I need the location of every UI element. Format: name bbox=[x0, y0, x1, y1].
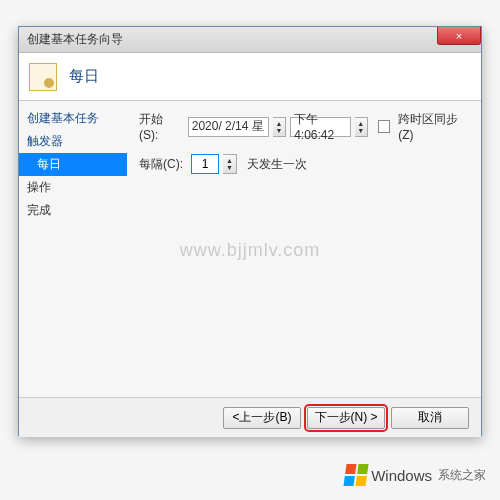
sidebar-item-finish[interactable]: 完成 bbox=[19, 199, 127, 222]
interval-input[interactable] bbox=[191, 154, 219, 174]
sidebar-item-trigger[interactable]: 触发器 bbox=[19, 130, 127, 153]
close-button[interactable]: × bbox=[437, 27, 481, 45]
interval-row: 每隔(C): ▲▼ 天发生一次 bbox=[139, 154, 469, 174]
start-label: 开始(S): bbox=[139, 111, 180, 142]
task-icon bbox=[29, 63, 57, 91]
wizard-content: 开始(S): 2020/ 2/14 星 ▲▼ 下午 4:06:42 ▲▼ 跨时区… bbox=[127, 101, 481, 397]
next-button[interactable]: 下一步(N) > bbox=[307, 407, 385, 429]
window-title: 创建基本任务向导 bbox=[27, 31, 123, 48]
interval-spinner[interactable]: ▲▼ bbox=[223, 154, 237, 174]
wizard-header: 每日 bbox=[19, 53, 481, 101]
sidebar-item-create[interactable]: 创建基本任务 bbox=[19, 107, 127, 130]
sidebar-item-daily[interactable]: 每日 bbox=[19, 153, 127, 176]
wizard-dialog: 创建基本任务向导 × 每日 创建基本任务 触发器 每日 操作 完成 开始(S):… bbox=[18, 26, 482, 436]
back-button[interactable]: <上一步(B) bbox=[223, 407, 301, 429]
sync-checkbox[interactable] bbox=[378, 120, 390, 133]
brand-footer: Windows 系统之家 bbox=[345, 464, 486, 486]
interval-suffix: 天发生一次 bbox=[247, 156, 307, 173]
time-spinner[interactable]: ▲▼ bbox=[355, 117, 368, 137]
interval-label: 每隔(C): bbox=[139, 156, 183, 173]
date-input[interactable]: 2020/ 2/14 星 bbox=[188, 117, 269, 137]
date-spinner[interactable]: ▲▼ bbox=[273, 117, 286, 137]
titlebar: 创建基本任务向导 × bbox=[19, 27, 481, 53]
sidebar-item-action[interactable]: 操作 bbox=[19, 176, 127, 199]
time-input[interactable]: 下午 4:06:42 bbox=[290, 117, 351, 137]
start-row: 开始(S): 2020/ 2/14 星 ▲▼ 下午 4:06:42 ▲▼ 跨时区… bbox=[139, 111, 469, 142]
page-title: 每日 bbox=[69, 67, 99, 86]
brand-sub: 系统之家 bbox=[438, 467, 486, 484]
windows-logo-icon bbox=[344, 464, 369, 486]
cancel-button[interactable]: 取消 bbox=[391, 407, 469, 429]
wizard-footer: <上一步(B) 下一步(N) > 取消 bbox=[19, 397, 481, 437]
wizard-body: 创建基本任务 触发器 每日 操作 完成 开始(S): 2020/ 2/14 星 … bbox=[19, 101, 481, 397]
brand-name: Windows bbox=[371, 467, 432, 484]
close-icon: × bbox=[456, 30, 462, 42]
sync-label: 跨时区同步(Z) bbox=[398, 111, 469, 142]
wizard-sidebar: 创建基本任务 触发器 每日 操作 完成 bbox=[19, 101, 127, 397]
